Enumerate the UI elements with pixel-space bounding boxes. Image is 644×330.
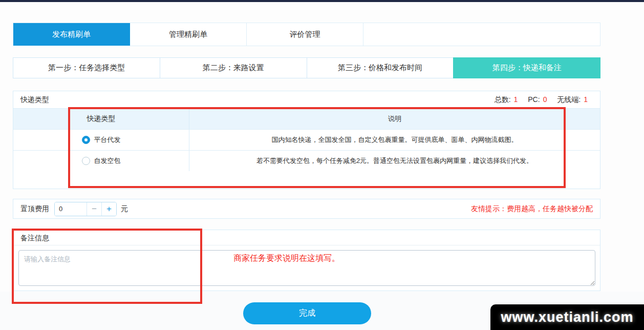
watermark: www.xuetianli.com: [490, 304, 644, 330]
fee-stepper: − +: [54, 202, 117, 216]
option-description: 国内知名快递，全国发全国，自定义包裹重量。可提供底单、面单、内网物流截图。: [189, 130, 600, 150]
option-description: 若不需要代发空包，每个任务减免2元。普通空包无法设置包裹内网重量，建议选择我们代…: [189, 151, 600, 171]
column-header-description: 说明: [189, 109, 600, 129]
top-fee-input[interactable]: [55, 202, 87, 216]
remark-section: 备注信息 商家任务要求说明在这填写。: [13, 230, 600, 291]
option-platform-dropship[interactable]: 平台代发: [13, 130, 189, 150]
radio-platform-dropship[interactable]: [82, 136, 90, 144]
total-label: 总数:: [495, 95, 511, 104]
finish-button[interactable]: 完成: [243, 302, 371, 324]
express-type-section: 快递类型 总数:1 PC:0 无线端:1 快递类型 说明 平台代发 国内知名快递…: [13, 91, 600, 189]
step-tabs: 第一步：任务选择类型 第二步：来路设置 第三步：价格和发布时间 第四步：快递和备…: [13, 57, 600, 78]
remark-section-title: 备注信息: [13, 230, 600, 245]
top-fee-label: 置顶费用: [20, 204, 49, 214]
express-section-title: 快递类型: [20, 95, 49, 105]
express-table-header: 快递类型 说明: [13, 108, 600, 129]
column-header-type: 快递类型: [13, 109, 189, 129]
radio-self-empty-package[interactable]: [82, 157, 90, 165]
remark-annotation-text: 商家任务要求说明在这填写。: [233, 253, 340, 264]
friendly-tip-text: 友情提示：费用越高，任务越快被分配: [471, 204, 593, 214]
top-fee-section: 置顶费用 − + 元 友情提示：费用越高，任务越快被分配: [13, 199, 600, 219]
option-label: 自发空包: [94, 156, 121, 166]
total-value: 1: [514, 95, 518, 104]
table-row: 自发空包 若不需要代发空包，每个任务减免2元。普通空包无法设置包裹内网重量，建议…: [13, 150, 600, 171]
fee-unit-label: 元: [121, 204, 128, 214]
pc-value: 0: [543, 95, 547, 104]
tabbar-filler: [363, 23, 600, 46]
tab-manage-task[interactable]: 管理精刷单: [130, 23, 247, 46]
main-tabs: 发布精刷单 管理精刷单 评价管理: [13, 23, 600, 46]
decrease-fee-button[interactable]: −: [87, 202, 101, 216]
option-self-empty-package[interactable]: 自发空包: [13, 151, 189, 171]
step-3-price-time[interactable]: 第三步：价格和发布时间: [307, 57, 454, 78]
pc-label: PC:: [528, 95, 540, 104]
increase-fee-button[interactable]: +: [101, 202, 116, 216]
step-4-express-remark[interactable]: 第四步：快递和备注: [453, 57, 600, 78]
table-row: 平台代发 国内知名快递，全国发全国，自定义包裹重量。可提供底单、面单、内网物流截…: [13, 129, 600, 150]
wireless-label: 无线端:: [557, 95, 581, 104]
tab-publish-task[interactable]: 发布精刷单: [13, 23, 130, 46]
task-count-stats: 总数:1 PC:0 无线端:1: [491, 95, 593, 105]
step-2-source-setup[interactable]: 第二步：来路设置: [160, 57, 307, 78]
step-1-task-type[interactable]: 第一步：任务选择类型: [13, 57, 160, 78]
wireless-value: 1: [584, 95, 588, 104]
express-section-header: 快递类型 总数:1 PC:0 无线端:1: [13, 91, 600, 108]
top-accent-bar: [0, 0, 644, 2]
tab-review-manage[interactable]: 评价管理: [247, 23, 363, 46]
option-label: 平台代发: [94, 135, 121, 145]
